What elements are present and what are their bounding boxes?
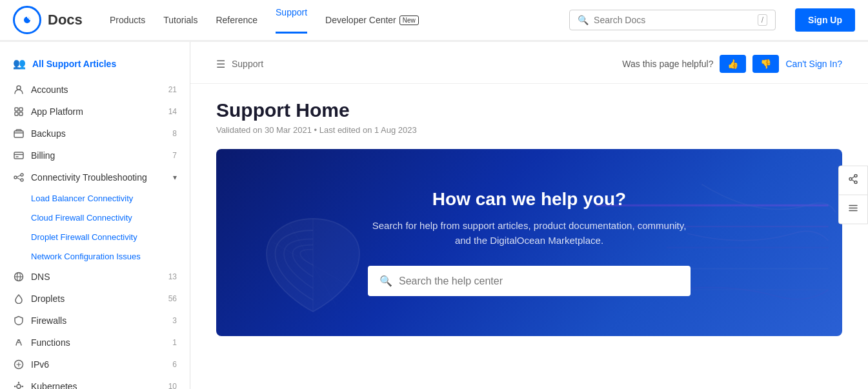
svg-rect-6 bbox=[14, 131, 23, 137]
nav-developer-center[interactable]: Developer Center New bbox=[325, 15, 419, 25]
hero-banner: How can we help you? Search for help fro… bbox=[216, 149, 842, 336]
cant-signin-link[interactable]: Can't Sign In? bbox=[785, 59, 842, 69]
sidebar-item-accounts[interactable]: Accounts 21 bbox=[0, 79, 190, 101]
sidebar-title-icon: 👥 bbox=[13, 57, 26, 70]
app-platform-icon bbox=[13, 106, 25, 117]
svg-point-37 bbox=[854, 174, 857, 177]
kubernetes-count: 10 bbox=[168, 382, 177, 389]
logo-area: Docs bbox=[13, 6, 90, 34]
functions-label: Functions bbox=[31, 337, 70, 348]
right-panel-icons bbox=[838, 165, 868, 224]
billing-count: 7 bbox=[172, 151, 177, 160]
sidebar-item-kubernetes[interactable]: Kubernetes 10 bbox=[0, 375, 190, 389]
svg-point-21 bbox=[18, 382, 19, 383]
sidebar-item-connectivity[interactable]: Connectivity Troubleshooting ▾ bbox=[0, 166, 190, 188]
sidebar-item-dns[interactable]: DNS 13 bbox=[0, 266, 190, 288]
hero-search-input[interactable] bbox=[399, 275, 679, 287]
connectivity-label: Connectivity Troubleshooting bbox=[31, 172, 147, 183]
svg-point-38 bbox=[854, 181, 857, 183]
sidebar-item-app-platform[interactable]: App Platform 14 bbox=[0, 101, 190, 123]
functions-count: 1 bbox=[172, 338, 177, 347]
dns-count: 13 bbox=[168, 272, 177, 281]
svg-rect-8 bbox=[14, 152, 23, 159]
nav-links: Products Tutorials Reference Support Dev… bbox=[110, 7, 550, 34]
thumbs-down-button[interactable]: 👎 bbox=[752, 55, 779, 73]
connectivity-icon bbox=[13, 172, 25, 183]
nav-support[interactable]: Support bbox=[276, 7, 307, 34]
backups-label: Backups bbox=[31, 128, 66, 139]
svg-point-1 bbox=[17, 86, 21, 90]
sidebar-subitem-network-config[interactable]: Network Configuration Issues bbox=[0, 246, 190, 266]
svg-point-20 bbox=[17, 384, 21, 388]
sidebar-item-functions[interactable]: Functions 1 bbox=[0, 332, 190, 354]
hero-subtitle: Search for help from support articles, p… bbox=[368, 219, 691, 248]
ipv6-label: IPv6 bbox=[31, 359, 49, 370]
sidebar-item-billing[interactable]: Billing 7 bbox=[0, 145, 190, 166]
app-platform-label: App Platform bbox=[31, 106, 83, 117]
svg-line-41 bbox=[852, 179, 854, 181]
thumbs-up-button[interactable]: 👍 bbox=[720, 55, 746, 73]
sidebar-subitem-droplet-firewall[interactable]: Droplet Firewall Connectivity bbox=[0, 227, 190, 246]
search-icon: 🔍 bbox=[578, 15, 589, 25]
sidebar-title: 👥 All Support Articles bbox=[0, 52, 190, 79]
page-title-area: Support Home Validated on 30 Mar 2021 • … bbox=[190, 84, 868, 143]
kubernetes-label: Kubernetes bbox=[31, 381, 77, 389]
svg-point-12 bbox=[21, 174, 23, 176]
svg-point-23 bbox=[14, 386, 15, 387]
hero-title: How can we help you? bbox=[432, 189, 626, 210]
billing-label: Billing bbox=[31, 150, 55, 161]
breadcrumb-icon: ☰ bbox=[216, 58, 225, 70]
sidebar-item-backups[interactable]: Backups 8 bbox=[0, 123, 190, 145]
svg-rect-4 bbox=[15, 112, 18, 115]
breadcrumb-area: ☰ Support Was this page helpful? 👍 👎 Can… bbox=[190, 42, 868, 84]
logo-icon bbox=[13, 6, 41, 34]
svg-point-13 bbox=[21, 179, 23, 181]
svg-line-14 bbox=[17, 175, 21, 177]
sidebar-item-droplets[interactable]: Droplets 56 bbox=[0, 288, 190, 310]
page-meta: Validated on 30 Mar 2021 • Last edited o… bbox=[216, 125, 842, 135]
svg-point-24 bbox=[22, 386, 23, 387]
accounts-icon bbox=[13, 84, 25, 95]
sidebar-subitem-cloud-firewall[interactable]: Cloud Firewall Connectivity bbox=[0, 208, 190, 227]
nav-products[interactable]: Products bbox=[110, 15, 145, 25]
sidebar-item-ipv6[interactable]: IPv6 6 bbox=[0, 354, 190, 375]
svg-rect-2 bbox=[15, 108, 18, 111]
sidebar-item-firewalls[interactable]: Firewalls 3 bbox=[0, 310, 190, 332]
firewalls-label: Firewalls bbox=[31, 315, 66, 326]
svg-line-40 bbox=[852, 176, 854, 178]
ipv6-icon bbox=[13, 359, 25, 370]
svg-rect-5 bbox=[19, 112, 23, 115]
dns-icon bbox=[13, 271, 25, 283]
nav-tutorials[interactable]: Tutorials bbox=[163, 15, 197, 25]
sidebar: 👥 All Support Articles Accounts 21 App P… bbox=[0, 42, 190, 389]
breadcrumb: ☰ Support bbox=[216, 58, 263, 70]
dns-label: DNS bbox=[31, 272, 50, 282]
nav-search-input[interactable] bbox=[594, 15, 752, 25]
nav-search-area: 🔍 / bbox=[569, 10, 776, 30]
hero-search-icon: 🔍 bbox=[379, 275, 392, 287]
logo-text: Docs bbox=[48, 12, 83, 28]
backups-icon bbox=[13, 128, 25, 139]
helpful-area: Was this page helpful? 👍 👎 Can't Sign In… bbox=[622, 55, 842, 73]
billing-icon bbox=[13, 150, 25, 161]
signup-button[interactable]: Sign Up bbox=[795, 8, 855, 32]
backups-count: 8 bbox=[172, 129, 177, 138]
svg-point-11 bbox=[14, 176, 17, 179]
firewalls-count: 3 bbox=[172, 316, 177, 325]
breadcrumb-text: Support bbox=[232, 59, 263, 69]
functions-icon bbox=[13, 337, 25, 348]
kubernetes-icon bbox=[13, 381, 25, 389]
page-title: Support Home bbox=[216, 99, 842, 121]
share-button[interactable] bbox=[839, 166, 867, 195]
helpful-text: Was this page helpful? bbox=[622, 59, 713, 69]
top-nav: Docs Products Tutorials Reference Suppor… bbox=[0, 0, 868, 42]
nav-reference[interactable]: Reference bbox=[216, 15, 257, 25]
droplets-count: 56 bbox=[168, 294, 177, 303]
toc-button[interactable] bbox=[839, 195, 867, 223]
hero-shell-decoration bbox=[255, 207, 371, 323]
main-layout: 👥 All Support Articles Accounts 21 App P… bbox=[0, 42, 868, 389]
droplets-icon bbox=[13, 293, 25, 304]
svg-rect-3 bbox=[19, 108, 23, 111]
sidebar-subitem-load-balancer[interactable]: Load Balancer Connectivity bbox=[0, 188, 190, 208]
accounts-label: Accounts bbox=[31, 85, 68, 95]
